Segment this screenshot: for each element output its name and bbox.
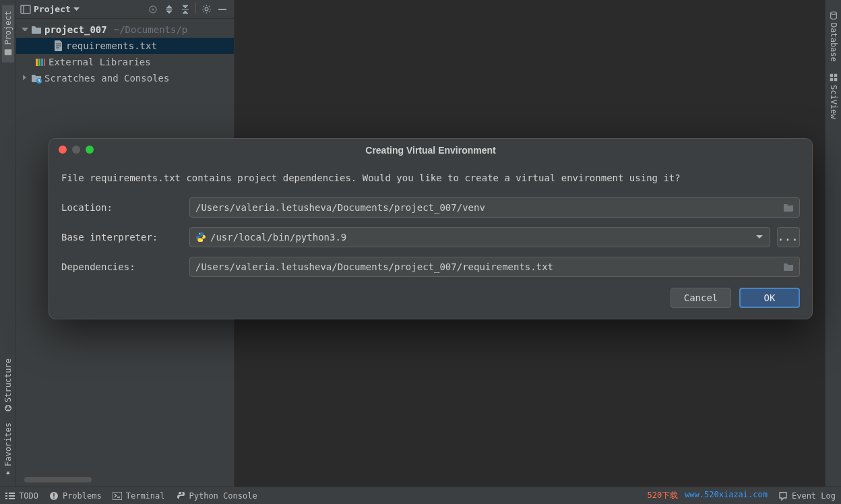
- locate-icon[interactable]: [146, 2, 160, 17]
- rail-tab-project[interactable]: Project: [2, 5, 14, 63]
- tree-root-path: ~/Documents/p: [114, 24, 188, 35]
- browse-folder-icon[interactable]: [783, 262, 794, 272]
- dialog-titlebar[interactable]: Creating Virtual Environment: [49, 139, 812, 162]
- svg-rect-0: [4, 49, 11, 55]
- svg-point-23: [50, 492, 58, 500]
- project-panel-header: Project: [16, 0, 234, 19]
- ok-button[interactable]: OK: [739, 288, 800, 308]
- tree-file-label: requirements.txt: [66, 40, 157, 51]
- svg-rect-21: [5, 498, 7, 499]
- tree-file-requirements[interactable]: requirements.txt: [16, 38, 234, 54]
- horizontal-scrollbar[interactable]: [24, 477, 92, 482]
- libraries-icon: [35, 57, 46, 67]
- tree-scratches-label: Scratches and Consoles: [44, 73, 169, 84]
- create-venv-dialog: Creating Virtual Environment File requir…: [49, 138, 813, 319]
- svg-rect-25: [53, 497, 55, 499]
- browse-folder-icon[interactable]: [783, 203, 794, 212]
- chevron-down-icon: [73, 7, 80, 11]
- svg-point-12: [830, 12, 836, 15]
- left-tool-rail: Project ⌬ Structure ★ Favorites: [0, 0, 16, 504]
- rail-tab-structure[interactable]: ⌬ Structure: [2, 353, 14, 417]
- svg-rect-19: [5, 495, 7, 497]
- svg-rect-7: [36, 59, 38, 66]
- svg-rect-14: [834, 74, 836, 77]
- status-event-log[interactable]: Event Log: [778, 491, 836, 501]
- svg-rect-8: [38, 59, 40, 66]
- svg-point-28: [201, 241, 202, 241]
- tree-external-libraries[interactable]: External Libraries: [16, 54, 234, 70]
- terminal-icon: [113, 492, 122, 500]
- svg-point-5: [205, 7, 208, 11]
- location-field[interactable]: /Users/valeria.letusheva/Documents/proje…: [189, 197, 800, 218]
- collapse-all-icon[interactable]: [178, 2, 193, 17]
- svg-rect-22: [9, 498, 15, 499]
- rail-tab-sciview[interactable]: SciView: [828, 67, 840, 125]
- rail-tab-database-label: Database: [829, 23, 838, 62]
- watermark: 520下载 www.520xiazai.com: [647, 490, 768, 501]
- status-terminal[interactable]: Terminal: [113, 491, 165, 501]
- rail-tab-sciview-label: SciView: [829, 85, 838, 119]
- dependencies-label: Dependencies:: [61, 261, 183, 272]
- rail-tab-project-label: Project: [3, 11, 13, 45]
- tree-root-node[interactable]: project_007 ~/Documents/p: [16, 22, 234, 38]
- project-view-selector[interactable]: Project: [20, 4, 80, 15]
- event-log-icon: [778, 491, 788, 501]
- interpreter-label: Base interpreter:: [61, 232, 183, 243]
- chevron-down-icon: [756, 235, 763, 239]
- python-icon: [195, 232, 206, 243]
- status-bar: TODO Problems Terminal Python Console 52…: [0, 486, 841, 504]
- expand-arrow-icon[interactable]: [22, 26, 28, 33]
- svg-rect-9: [41, 59, 43, 66]
- project-view-label: Project: [34, 4, 71, 14]
- svg-point-27: [199, 233, 200, 234]
- window-maximize-icon[interactable]: [86, 146, 94, 154]
- file-icon: [54, 40, 63, 51]
- svg-point-4: [152, 8, 154, 10]
- window-close-icon[interactable]: [59, 146, 67, 154]
- rail-tab-favorites[interactable]: ★ Favorites: [2, 417, 14, 484]
- todo-icon: [5, 492, 15, 500]
- svg-rect-15: [830, 78, 832, 81]
- problems-icon: [49, 491, 59, 501]
- tree-root-label: project_007: [44, 24, 107, 35]
- svg-rect-17: [5, 493, 7, 494]
- window-minimize-icon: [72, 146, 80, 154]
- location-label: Location:: [61, 202, 183, 213]
- status-todo[interactable]: TODO: [5, 491, 38, 501]
- hide-icon[interactable]: [215, 2, 230, 17]
- python-icon: [176, 491, 185, 501]
- svg-rect-26: [113, 492, 122, 500]
- folder-icon: [31, 24, 42, 35]
- interpreter-combo[interactable]: /usr/local/bin/python3.9: [189, 227, 770, 247]
- svg-rect-16: [834, 78, 836, 81]
- rail-tab-structure-label: Structure: [3, 358, 13, 402]
- status-problems[interactable]: Problems: [49, 491, 102, 501]
- svg-rect-20: [9, 495, 15, 497]
- rail-tab-database[interactable]: Database: [828, 5, 840, 67]
- tree-scratches[interactable]: Scratches and Consoles: [16, 70, 234, 86]
- expand-arrow-icon[interactable]: [22, 75, 28, 82]
- svg-point-11: [36, 78, 42, 84]
- svg-rect-13: [830, 74, 832, 77]
- scratches-icon: [31, 73, 42, 84]
- rail-tab-favorites-label: Favorites: [3, 422, 13, 466]
- dialog-message: File requirements.txt contains project d…: [61, 171, 800, 185]
- tree-external-label: External Libraries: [49, 57, 151, 67]
- svg-rect-18: [9, 493, 15, 494]
- svg-rect-10: [44, 59, 45, 66]
- dependencies-field[interactable]: /Users/valeria.letusheva/Documents/proje…: [189, 257, 800, 277]
- cancel-button[interactable]: Cancel: [671, 288, 731, 308]
- dialog-title: Creating Virtual Environment: [49, 145, 812, 156]
- svg-point-3: [150, 6, 156, 13]
- right-tool-rail: Database SciView: [825, 0, 841, 504]
- interpreter-more-button[interactable]: ...: [777, 227, 800, 247]
- expand-all-icon[interactable]: [162, 2, 177, 17]
- svg-rect-1: [21, 5, 30, 13]
- gear-icon[interactable]: [199, 2, 214, 17]
- svg-rect-6: [218, 9, 226, 10]
- status-python-console[interactable]: Python Console: [176, 491, 257, 501]
- svg-rect-24: [53, 493, 55, 497]
